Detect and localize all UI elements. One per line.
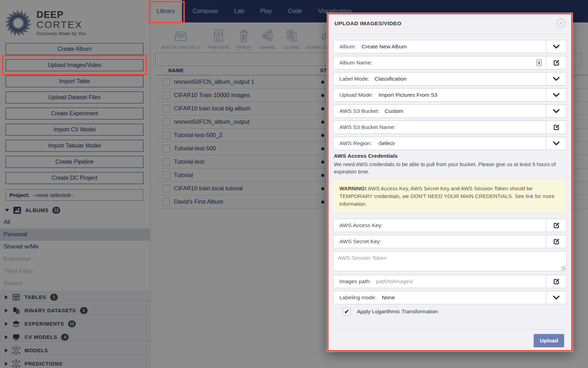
images-path-field[interactable]: Images path:path/to/images/ bbox=[333, 275, 567, 288]
modal-footer: Upload bbox=[334, 329, 566, 347]
log-transform-checkbox-row[interactable]: ✔ Apply Logarithmic Transformation bbox=[343, 308, 567, 315]
chevron-down-icon[interactable] bbox=[546, 89, 566, 101]
aws-session-token-textarea[interactable]: AWS Session Token bbox=[333, 251, 567, 271]
label-mode-select[interactable]: Label Mode:Classification bbox=[333, 72, 567, 86]
lower-fields: Images path:path/to/images/ Labeling mod… bbox=[333, 275, 567, 315]
checkbox-label: Apply Logarithmic Transformation bbox=[357, 308, 438, 315]
chevron-down-icon[interactable] bbox=[546, 291, 566, 304]
warning-link[interactable]: link bbox=[526, 193, 534, 199]
labeling-mode-select[interactable]: Labeling mode:None bbox=[333, 291, 567, 304]
edit-icon[interactable] bbox=[546, 275, 566, 288]
s3-bucket-name-field[interactable]: AWS S3 Bucket Name: bbox=[333, 121, 567, 134]
s3-bucket-select[interactable]: AWS S3 Bucket:Custom bbox=[333, 104, 567, 118]
upload-images-video-modal: UPLOAD IMAGES/VIDEO ✕ Album:Create New A… bbox=[327, 13, 573, 352]
chevron-down-icon[interactable] bbox=[546, 137, 566, 150]
autofill-icon bbox=[536, 59, 542, 66]
chevron-down-icon[interactable] bbox=[546, 73, 566, 85]
aws-credentials-section: AWS Access Credentials We need AWS crede… bbox=[333, 153, 567, 271]
chevron-down-icon[interactable] bbox=[546, 105, 566, 117]
edit-icon[interactable] bbox=[546, 219, 566, 232]
close-icon[interactable]: ✕ bbox=[556, 19, 566, 28]
checkbox-checked-icon[interactable]: ✔ bbox=[343, 308, 351, 315]
chevron-down-icon[interactable] bbox=[546, 40, 566, 53]
upload-button[interactable]: Upload bbox=[534, 334, 564, 347]
credentials-heading: AWS Access Credentials bbox=[334, 153, 567, 159]
aws-region-select[interactable]: AWS Region:-Select- bbox=[333, 137, 567, 150]
album-name-field[interactable]: Album Name: bbox=[333, 56, 567, 69]
edit-icon[interactable] bbox=[546, 56, 566, 69]
aws-access-key-field[interactable]: AWS Access Key: bbox=[333, 219, 567, 232]
resize-grip[interactable] bbox=[561, 266, 566, 270]
modal-title: UPLOAD IMAGES/VIDEO bbox=[334, 20, 567, 27]
edit-icon[interactable] bbox=[546, 121, 566, 134]
edit-icon[interactable] bbox=[546, 235, 566, 248]
album-select[interactable]: Album:Create New Album bbox=[333, 40, 567, 53]
credentials-description: We need AWS credentials to be able to pu… bbox=[334, 161, 567, 175]
aws-secret-key-field[interactable]: AWS Secret Key: bbox=[333, 235, 567, 248]
credentials-warning: WARNING! AWS Access Key, AWS Secret Key … bbox=[333, 180, 567, 212]
upload-mode-select[interactable]: Upload Mode:Import Pictures From S3 bbox=[333, 88, 567, 102]
